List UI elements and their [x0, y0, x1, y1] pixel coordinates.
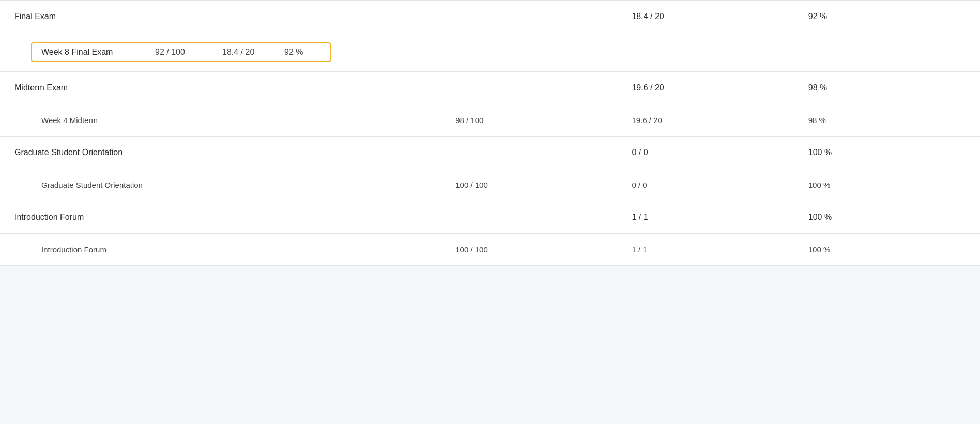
category-row: Midterm Exam 19.6 / 20 98 % [0, 72, 980, 104]
subitem-name: Graduate Student Orientation [0, 169, 441, 201]
grades-table: Final Exam 18.4 / 20 92 % Week 8 Final E… [0, 0, 980, 266]
subitem-name: Introduction Forum [0, 234, 441, 266]
category-percent: 92 % [794, 1, 912, 33]
category-score [441, 1, 617, 33]
category-score [441, 137, 617, 169]
highlight-grade: 18.4 / 20 [222, 48, 284, 57]
subitem-percent: 100 % [794, 234, 912, 266]
category-score [441, 72, 617, 104]
category-row: Final Exam 18.4 / 20 92 % [0, 1, 980, 33]
subitem-row: Week 4 Midterm 98 / 100 19.6 / 20 98 % [0, 104, 980, 137]
highlighted-subitem-row: Week 8 Final Exam 92 / 100 18.4 / 20 92 … [0, 33, 980, 72]
highlight-percent: 92 % [284, 48, 320, 57]
subitem-row: Graduate Student Orientation 100 / 100 0… [0, 169, 980, 201]
category-grade: 19.6 / 20 [617, 72, 793, 104]
category-grade: 0 / 0 [617, 137, 793, 169]
category-row: Graduate Student Orientation 0 / 0 100 % [0, 137, 980, 169]
category-name: Graduate Student Orientation [0, 137, 441, 169]
category-score [441, 201, 617, 234]
subitem-grade: 19.6 / 20 [617, 104, 793, 137]
category-row: Introduction Forum 1 / 1 100 % [0, 201, 980, 234]
subitem-score: 98 / 100 [441, 104, 617, 137]
category-percent: 100 % [794, 137, 912, 169]
subitem-name: Week 4 Midterm [0, 104, 441, 137]
highlight-name: Week 8 Final Exam [41, 48, 155, 57]
category-name: Midterm Exam [0, 72, 441, 104]
category-percent: 100 % [794, 201, 912, 234]
category-percent: 98 % [794, 72, 912, 104]
subitem-row: Introduction Forum 100 / 100 1 / 1 100 % [0, 234, 980, 266]
subitem-percent: 100 % [794, 169, 912, 201]
category-grade: 1 / 1 [617, 201, 793, 234]
category-grade: 18.4 / 20 [617, 1, 793, 33]
highlight-score: 92 / 100 [155, 48, 222, 57]
category-name: Introduction Forum [0, 201, 441, 234]
category-name: Final Exam [0, 1, 441, 33]
subitem-score: 100 / 100 [441, 234, 617, 266]
subitem-grade: 1 / 1 [617, 234, 793, 266]
subitem-score: 100 / 100 [441, 169, 617, 201]
subitem-grade: 0 / 0 [617, 169, 793, 201]
highlight-box: Week 8 Final Exam 92 / 100 18.4 / 20 92 … [31, 42, 331, 62]
subitem-percent: 98 % [794, 104, 912, 137]
